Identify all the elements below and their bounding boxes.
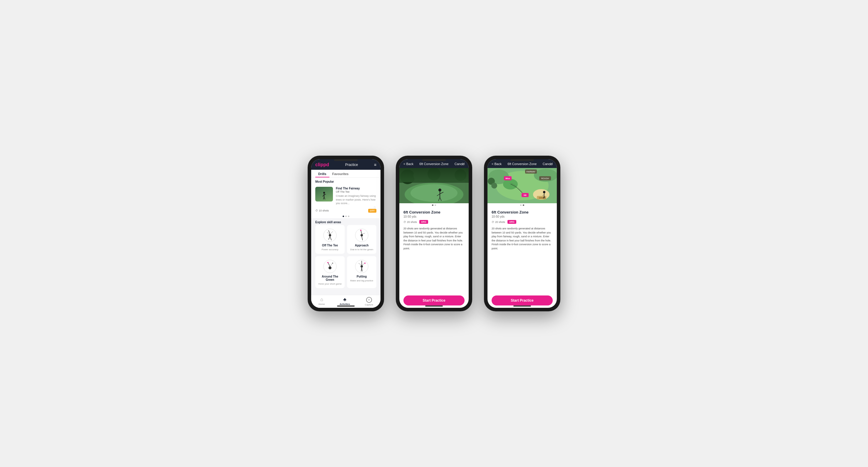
nav-activities[interactable]: ♣ Activities	[340, 297, 350, 307]
tabs-bar: Drills Favourites	[311, 170, 380, 178]
svg-point-41	[410, 184, 458, 202]
svg-point-32	[364, 263, 366, 264]
phone-3: < Back 6ft Conversion Zone Cancel	[484, 156, 560, 311]
back-button[interactable]: < Back	[403, 162, 413, 166]
svg-point-20	[329, 266, 332, 269]
drill-meta: ⏱ 20 shots ARG	[403, 220, 465, 224]
svg-point-0	[323, 192, 325, 194]
skill-around-green[interactable]: Around The Green Hone your short game	[315, 256, 345, 288]
shots-info: ⏱ 20 shots	[492, 221, 505, 224]
favourite-star[interactable]: ☆	[373, 205, 376, 209]
drill-content: 6ft Conversion Zone 10-50 yds ☆ ⏱ 20 sho…	[488, 207, 557, 293]
arg-badge: ARG	[419, 220, 428, 224]
dot-1	[520, 204, 522, 206]
svg-point-7	[329, 234, 331, 236]
phone1-content: Most Popular	[311, 178, 380, 295]
svg-point-26	[361, 265, 363, 268]
dot-2	[435, 204, 436, 206]
skill-approach[interactable]: Approach Dial-in to hit the green	[347, 225, 376, 254]
svg-text:Miss: Miss	[505, 177, 510, 179]
activities-label: Activities	[340, 303, 350, 305]
skill-off-the-tee[interactable]: Off The Tee Power accuracy	[315, 225, 345, 254]
around-green-desc: Hone your short game	[318, 282, 341, 285]
dot-1	[432, 204, 433, 206]
start-practice-button[interactable]: Start Practice	[492, 296, 553, 305]
approach-name: Approach	[355, 244, 369, 247]
phones-container: clippd Practice ≡ Drills Favourites Most…	[308, 156, 560, 311]
most-popular-label: Most Popular	[311, 178, 380, 185]
clock-icon: ⏱	[492, 221, 494, 224]
nav-underline	[340, 306, 349, 307]
image-dots	[399, 203, 469, 207]
phone2-header: < Back 6ft Conversion Zone Cancel	[399, 159, 469, 168]
svg-line-29	[359, 263, 362, 265]
drill-info: Find The Fairway Off The Tee Create an i…	[336, 187, 376, 205]
approach-icon	[354, 228, 369, 243]
explore-label: Explore skill areas	[311, 218, 380, 225]
svg-line-4	[323, 197, 324, 199]
svg-line-31	[362, 268, 362, 271]
nav-capture[interactable]: + Capture	[365, 297, 373, 307]
phone-2-screen: < Back 6ft Conversion Zone Cancel	[399, 159, 469, 308]
drill-range: 10-50 yds	[492, 215, 529, 218]
title-row: 6ft Conversion Zone 10-50 yds ☆	[403, 210, 465, 218]
svg-point-23	[327, 262, 329, 263]
svg-line-15	[361, 230, 362, 234]
svg-point-54	[491, 183, 497, 189]
capture-icon: +	[366, 297, 372, 303]
featured-drill-card[interactable]: Find The Fairway Off The Tee Create an i…	[311, 185, 380, 208]
svg-point-35	[400, 169, 415, 184]
svg-text:ROUGH: ROUGH	[541, 177, 549, 179]
svg-point-39	[455, 169, 466, 181]
clippd-logo: clippd	[315, 162, 329, 167]
drill-subtitle: Off The Tee	[336, 190, 376, 193]
dot-2	[345, 215, 347, 217]
svg-point-38	[443, 171, 454, 181]
svg-point-42	[438, 189, 441, 192]
bottom-nav: ⌂ Home ♣ Activities + Capture	[311, 295, 380, 308]
approach-desc: Dial-in to hit the green	[350, 248, 373, 251]
shots-info: ⏱ 20 shots	[403, 221, 417, 224]
skill-putting[interactable]: Putting Make and lag practice	[347, 256, 376, 288]
drill-name: 6ft Conversion Zone	[403, 210, 440, 214]
golfer-silhouette	[321, 192, 327, 200]
nav-home[interactable]: ⌂ Home	[318, 297, 325, 307]
skill-grid: Off The Tee Power accuracy	[311, 225, 380, 291]
clock-icon: ⏱	[315, 209, 318, 212]
drill-map-image: Hit Miss FAIRWAY ROUGH SAND	[488, 168, 557, 203]
shots-count: 10 shots	[319, 209, 329, 212]
svg-point-14	[361, 234, 363, 236]
svg-point-66	[543, 191, 546, 193]
drill-description: 20 shots are randomly generated at dista…	[403, 227, 465, 251]
menu-icon[interactable]: ≡	[374, 162, 376, 167]
image-dots	[488, 203, 557, 207]
arg-badge: ARG	[507, 220, 516, 224]
drill-thumbnail	[315, 187, 333, 201]
drill-image	[399, 168, 469, 203]
svg-line-5	[324, 197, 325, 199]
header-title: 6ft Conversion Zone	[507, 162, 536, 166]
off-tee-icon	[322, 228, 337, 243]
start-practice-button[interactable]: Start Practice	[403, 296, 465, 305]
svg-rect-34	[399, 168, 469, 183]
off-tee-name: Off The Tee	[322, 244, 338, 247]
phone-1: clippd Practice ≡ Drills Favourites Most…	[308, 156, 384, 311]
off-tee-desc: Power accuracy	[322, 248, 339, 251]
around-green-icon	[322, 259, 337, 274]
svg-line-17	[362, 236, 363, 240]
tab-drills[interactable]: Drills	[315, 170, 330, 177]
back-button[interactable]: < Back	[492, 162, 502, 166]
home-icon: ⌂	[320, 297, 323, 302]
drill-range: 10-50 yds	[403, 215, 440, 218]
dot-2	[523, 204, 524, 206]
drill-title: Find The Fairway	[336, 187, 376, 190]
practice-title: Practice	[345, 163, 358, 167]
shot-count: 20 shots	[407, 221, 417, 224]
drill-name-block: 6ft Conversion Zone 10-50 yds	[492, 210, 529, 218]
svg-line-9	[330, 231, 333, 234]
drill-footer: ⏱ 10 shots OTT	[311, 208, 380, 214]
putting-name: Putting	[357, 275, 367, 278]
tab-favourites[interactable]: Favourites	[330, 170, 352, 177]
activities-icon: ♣	[343, 297, 346, 302]
shots-label: ⏱ 10 shots	[315, 209, 329, 212]
